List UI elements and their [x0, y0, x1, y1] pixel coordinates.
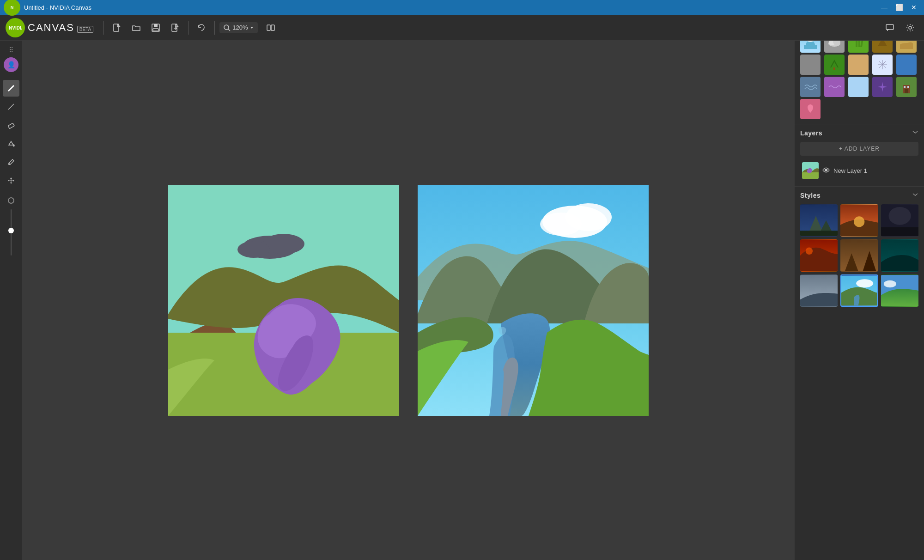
layers-collapse-icon: [912, 129, 918, 135]
layers-section: Layers + ADD LAYER: [795, 124, 924, 187]
minimize-button[interactable]: —: [878, 2, 891, 13]
toolbar-separator-3: [214, 21, 215, 35]
style-sunset[interactable]: [840, 204, 878, 237]
eyedropper-tool[interactable]: [3, 154, 19, 170]
style-dark[interactable]: [881, 204, 918, 237]
layers-title: Layers: [800, 129, 822, 137]
fill-tool[interactable]: [3, 135, 19, 152]
snow-icon: [877, 59, 888, 70]
sparkle-icon: [876, 80, 889, 93]
style-night-preview: [800, 204, 838, 237]
titlebar-left: N Untitled - NVIDIA Canvas: [4, 0, 91, 16]
svg-rect-46: [904, 86, 906, 88]
settings-button[interactable]: [902, 19, 918, 36]
style-orange-preview: [800, 239, 838, 272]
materials-grid: [800, 32, 918, 119]
titlebar-title: Untitled - NVIDIA Canvas: [24, 4, 91, 11]
brush-size-indicator: [8, 197, 14, 204]
style-brown[interactable]: [840, 239, 878, 272]
eye-icon: [822, 167, 830, 173]
titlebar: N Untitled - NVIDIA Canvas — ⬜ ✕: [0, 0, 924, 15]
svg-point-59: [888, 207, 911, 225]
chat-icon: [885, 23, 894, 32]
segmentation-canvas[interactable]: [168, 185, 399, 416]
material-stone[interactable]: [800, 55, 821, 75]
material-sparkle[interactable]: [872, 77, 893, 97]
titlebar-controls: — ⬜ ✕: [878, 2, 920, 13]
sidebar-separator: [2, 76, 20, 76]
zoom-value: 120%: [232, 24, 248, 31]
left-sidebar: ⠿ 👤: [0, 41, 22, 560]
style-orange[interactable]: [800, 239, 838, 272]
svg-rect-9: [271, 25, 274, 30]
material-light-blue[interactable]: [848, 77, 869, 97]
material-building[interactable]: [896, 77, 917, 97]
svg-point-6: [224, 25, 229, 30]
chat-button[interactable]: [881, 19, 898, 36]
material-water-blue[interactable]: [896, 55, 917, 75]
style-teal[interactable]: [881, 239, 918, 272]
material-sand[interactable]: [848, 55, 869, 75]
style-green[interactable]: [881, 274, 918, 307]
svg-rect-13: [8, 123, 14, 128]
line-tool[interactable]: [3, 98, 19, 115]
export-file-button[interactable]: [167, 19, 183, 36]
layer-item-1[interactable]: New Layer 1: [800, 159, 918, 182]
material-water-wave[interactable]: [800, 77, 821, 97]
brush-tool[interactable]: [3, 80, 19, 97]
svg-point-19: [237, 241, 270, 258]
layer-visibility-toggle[interactable]: [822, 167, 830, 174]
style-gray[interactable]: [800, 274, 838, 307]
close-button[interactable]: ✕: [907, 2, 920, 13]
styles-collapse-btn[interactable]: [912, 191, 918, 200]
brush-size-slider[interactable]: [11, 209, 12, 256]
toolbar: NVIDIA CANVAS BETA: [0, 15, 924, 41]
user-avatar[interactable]: 👤: [4, 57, 18, 72]
eraser-tool[interactable]: [3, 117, 19, 134]
material-pink[interactable]: [800, 99, 821, 119]
brush-icon: [7, 84, 15, 92]
layer-thumbnail-1: [802, 162, 819, 179]
compare-button[interactable]: [262, 19, 279, 36]
pan-icon: [7, 177, 15, 185]
svg-point-11: [909, 26, 912, 29]
undo-button[interactable]: [193, 19, 210, 36]
zoom-icon: [223, 24, 231, 31]
svg-text:NVIDIA: NVIDIA: [9, 25, 22, 30]
styles-header: Styles: [800, 191, 918, 200]
material-tree[interactable]: [824, 55, 845, 75]
pink-icon: [804, 103, 817, 116]
toolbar-right: [881, 19, 918, 36]
output-svg: [418, 185, 649, 416]
style-brown-preview: [840, 239, 878, 272]
layers-collapse-btn[interactable]: [912, 129, 918, 137]
purple-water-icon: [828, 82, 841, 91]
material-purple-water[interactable]: [824, 77, 845, 97]
tree-icon: [828, 58, 841, 71]
toolbar-separator-1: [103, 21, 104, 35]
svg-rect-47: [907, 86, 909, 88]
svg-marker-7: [250, 27, 253, 29]
settings-icon: [906, 23, 915, 32]
add-layer-button[interactable]: + ADD LAYER: [800, 142, 918, 156]
styles-section: Styles: [795, 187, 924, 311]
maximize-button[interactable]: ⬜: [893, 2, 906, 13]
save-file-button[interactable]: [147, 19, 164, 36]
pan-tool[interactable]: [3, 172, 19, 189]
style-teal-preview: [881, 239, 918, 272]
zoom-control[interactable]: 120%: [219, 22, 258, 33]
svg-point-23: [540, 213, 582, 236]
material-snow[interactable]: [872, 55, 893, 75]
new-file-button[interactable]: [109, 19, 125, 36]
style-night[interactable]: [800, 204, 838, 237]
styles-grid: [800, 204, 918, 307]
open-file-button[interactable]: [128, 19, 145, 36]
nvidia-logo: NVIDIA: [6, 18, 25, 37]
right-panel: Materials: [795, 15, 924, 560]
layers-header: Layers: [800, 129, 918, 137]
style-blue-preview: [841, 275, 877, 306]
compare-icon: [266, 23, 275, 32]
style-green-preview: [881, 274, 918, 307]
drag-handle: ⠿: [9, 44, 13, 55]
style-blue[interactable]: [840, 274, 878, 307]
